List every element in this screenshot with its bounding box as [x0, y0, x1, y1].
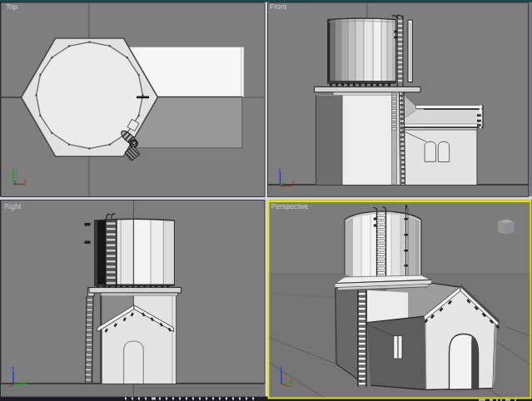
svg-text:z: z — [278, 167, 281, 173]
svg-text:z: z — [280, 364, 282, 370]
svg-text:Perspective: Perspective — [271, 202, 309, 210]
svg-text:Top: Top — [6, 2, 17, 11]
svg-text:Right: Right — [4, 202, 22, 210]
svg-text:z: z — [14, 179, 17, 185]
svg-text:Front: Front — [270, 2, 287, 11]
svg-text:z: z — [12, 365, 14, 371]
